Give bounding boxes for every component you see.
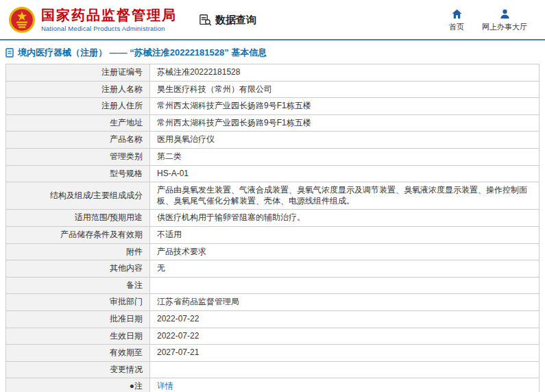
table-row-effective-date: 生效日期 2022-07-22 <box>6 328 540 345</box>
row-label: 备注 <box>6 277 150 294</box>
table-row-change-status: 变更情况 <box>6 361 540 378</box>
row-label: 附件 <box>6 243 150 260</box>
row-value: 常州西太湖科技产业园长扬路9号F1栋五楼 <box>150 114 540 132</box>
row-label: 生产地址 <box>6 114 150 132</box>
table-row-registrant-name: 注册人名称 昊生医疗科技（常州）有限公司 <box>6 81 540 98</box>
data-query-label: 数据查询 <box>215 14 256 27</box>
row-label: 管理类别 <box>6 148 150 165</box>
row-value: 详情 <box>150 378 540 392</box>
row-value: HS-A-01 <box>150 165 540 182</box>
row-value: 2022-07-22 <box>150 310 540 328</box>
agency-name-en: National Medical Products Administration <box>41 25 177 32</box>
row-value <box>150 277 540 294</box>
row-value: 供医疗机构用于输卵管阻塞的辅助治疗。 <box>150 210 540 227</box>
info-table-body: 注册证编号 苏械注准20222181528 注册人名称 昊生医疗科技（常州）有限… <box>6 64 540 392</box>
agency-brand[interactable]: 国家药品监督管理局 National Medical Products Admi… <box>8 6 177 34</box>
table-row-registrant-address: 注册人住所 常州西太湖科技产业园长扬路9号F1栋五楼 <box>6 98 540 115</box>
data-query-nav[interactable]: 数据查询 <box>199 14 256 27</box>
agency-name-cn: 国家药品监督管理局 <box>41 8 177 23</box>
page-title: 境内医疗器械（注册） —— “苏械注准20222181528” 基本信息 <box>0 40 545 64</box>
brand-text: 国家药品监督管理局 National Medical Products Admi… <box>41 8 177 32</box>
table-row-remarks: 备注 <box>6 277 540 294</box>
table-row-attachment: 附件 产品技术要求 <box>6 243 540 260</box>
row-label: 其他内容 <box>6 260 150 278</box>
table-row-storage-conditions: 产品储存条件及有效期 不适用 <box>6 226 540 243</box>
row-label: ●注 <box>6 378 150 392</box>
user-icon <box>499 8 511 20</box>
file-icon <box>5 48 14 58</box>
row-value: 不适用 <box>150 226 540 243</box>
table-row-production-address: 生产地址 常州西太湖科技产业园长扬路9号F1栋五楼 <box>6 114 540 132</box>
row-value: 无 <box>150 260 540 278</box>
page: 国家药品监督管理局 National Medical Products Admi… <box>0 0 545 392</box>
row-value: 第二类 <box>150 148 540 165</box>
table-row-reg-number: 注册证编号 苏械注准20222181528 <box>6 64 540 82</box>
row-value <box>150 361 540 378</box>
row-value: 产品技术要求 <box>150 243 540 260</box>
row-label: 型号规格 <box>6 165 150 182</box>
page-title-text: 境内医疗器械（注册） —— “苏械注准20222181528” 基本信息 <box>18 47 267 59</box>
table-row-expiry-date: 有效期至 2027-07-21 <box>6 345 540 362</box>
row-label: 注册人住所 <box>6 98 150 115</box>
table-row-note: ●注 详情 <box>6 378 540 392</box>
row-label: 产品名称 <box>6 132 150 149</box>
table-row-intended-use: 适用范围/预期用途 供医疗机构用于输卵管阻塞的辅助治疗。 <box>6 210 540 227</box>
row-label: 审批部门 <box>6 294 150 311</box>
table-row-model-spec: 型号规格 HS-A-01 <box>6 165 540 182</box>
table-row-composition: 结构及组成/主要组成成分 产品由臭氧发生装置、气液合成装置、臭氧气浓度显示及调节… <box>6 182 540 210</box>
detail-link[interactable]: 详情 <box>157 381 173 391</box>
home-icon <box>451 8 463 20</box>
nav-home[interactable]: 首页 <box>449 8 464 32</box>
row-value: 江苏省药品监督管理局 <box>150 294 540 311</box>
row-value: 昊生医疗科技（常州）有限公司 <box>150 81 540 98</box>
registration-info-table: 注册证编号 苏械注准20222181528 注册人名称 昊生医疗科技（常州）有限… <box>5 64 540 392</box>
row-value: 2027-07-21 <box>150 345 540 362</box>
row-label: 批准日期 <box>6 310 150 328</box>
header-right-nav: 首页 网上办事大厅 <box>449 8 535 32</box>
row-value: 常州西太湖科技产业园长扬路9号F1栋五楼 <box>150 98 540 115</box>
table-row-other-content: 其他内容 无 <box>6 260 540 278</box>
document-search-icon <box>199 14 212 27</box>
row-label: 结构及组成/主要组成成分 <box>6 182 150 210</box>
row-label: 生效日期 <box>6 328 150 345</box>
row-label: 注册人名称 <box>6 81 150 98</box>
table-row-management-class: 管理类别 第二类 <box>6 148 540 165</box>
table-row-product-name: 产品名称 医用臭氧治疗仪 <box>6 132 540 149</box>
row-label: 产品储存条件及有效期 <box>6 226 150 243</box>
table-row-approval-date: 批准日期 2022-07-22 <box>6 310 540 328</box>
row-value: 产品由臭氧发生装置、气液合成装置、臭氧气浓度显示及调节装置、臭氧液浓度显示装置、… <box>150 182 540 210</box>
row-label: 注册证编号 <box>6 64 150 82</box>
row-label: 有效期至 <box>6 345 150 362</box>
row-value: 2022-07-22 <box>150 328 540 345</box>
row-value: 苏械注准20222181528 <box>150 64 540 82</box>
nav-online-hall[interactable]: 网上办事大厅 <box>482 8 527 32</box>
row-value: 医用臭氧治疗仪 <box>150 132 540 149</box>
table-row-approval-department: 审批部门 江苏省药品监督管理局 <box>6 294 540 311</box>
nav-hall-label: 网上办事大厅 <box>482 22 527 32</box>
site-header: 国家药品监督管理局 National Medical Products Admi… <box>0 0 545 39</box>
row-label: 适用范围/预期用途 <box>6 210 150 227</box>
national-emblem-logo <box>8 6 36 34</box>
row-label: 变更情况 <box>6 361 150 378</box>
nav-home-label: 首页 <box>449 22 464 32</box>
